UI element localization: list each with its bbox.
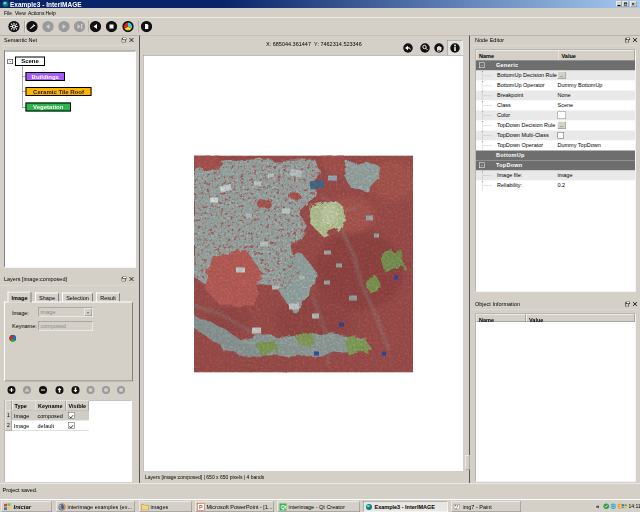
svg-text:P: P [199, 504, 203, 510]
svg-text:Qt: Qt [281, 504, 287, 510]
